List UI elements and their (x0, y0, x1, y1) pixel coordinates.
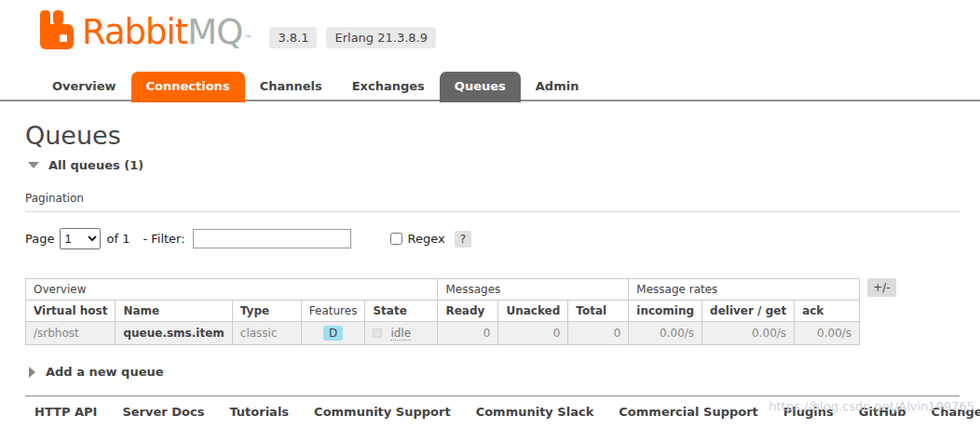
pagination-heading: Pagination (25, 192, 960, 212)
col-type[interactable]: Type (232, 301, 301, 322)
tab-admin[interactable]: Admin (521, 72, 594, 100)
table-group-row: Overview Messages Message rates (26, 279, 860, 301)
col-virtual-host[interactable]: Virtual host (26, 301, 116, 322)
col-ready[interactable]: Ready (438, 301, 498, 322)
chevron-down-icon (28, 162, 39, 168)
brand-text: RabbitMQ (82, 12, 242, 53)
all-queues-section-header[interactable]: All queues (1) (25, 158, 960, 172)
regex-checkbox[interactable] (390, 233, 402, 245)
footer-link-community-support[interactable]: Community Support (314, 405, 451, 419)
cell-ack: 0.00/s (795, 322, 860, 345)
col-features: Features (301, 301, 365, 322)
group-messages: Messages (438, 279, 629, 301)
cell-incoming: 0.00/s (629, 322, 702, 345)
cell-state: idle (365, 322, 438, 345)
app-header: RabbitMQ ™ 3.8.1 Erlang 21.3.8.9 (0, 0, 980, 53)
pagination-controls: Page 1 of 1 - Filter: Regex ? (25, 228, 960, 249)
col-state[interactable]: State (365, 301, 438, 322)
footer-links: HTTP API Server Docs Tutorials Community… (34, 405, 980, 419)
page-of-label: of 1 (106, 232, 129, 246)
group-message-rates: Message rates (629, 279, 860, 301)
cell-queue-name[interactable]: queue.sms.item (116, 322, 232, 345)
tab-exchanges[interactable]: Exchanges (337, 72, 440, 100)
version-badges: 3.8.1 Erlang 21.3.8.9 (269, 27, 436, 48)
add-queue-section-header[interactable]: Add a new queue (25, 365, 960, 379)
tab-connections[interactable]: Connections (131, 72, 245, 102)
col-deliver-get[interactable]: deliver / get (702, 301, 795, 322)
add-queue-label: Add a new queue (46, 365, 164, 379)
footer-link-community-slack[interactable]: Community Slack (476, 405, 594, 419)
rabbitmq-logo-icon (37, 9, 82, 53)
group-overview: Overview (26, 279, 438, 301)
footer-link-plugins[interactable]: Plugins (783, 405, 834, 419)
footer-link-tutorials[interactable]: Tutorials (229, 405, 289, 419)
col-total[interactable]: Total (568, 301, 629, 322)
queues-table: Overview Messages Message rates Virtual … (25, 278, 860, 345)
queues-table-wrap: Overview Messages Message rates Virtual … (25, 278, 960, 345)
filter-input[interactable] (193, 229, 351, 248)
tab-queues[interactable]: Queues (440, 72, 521, 102)
col-incoming[interactable]: incoming (629, 301, 702, 322)
footer-link-changelog[interactable]: Changelog (932, 405, 980, 419)
col-name[interactable]: Name (116, 301, 232, 322)
cell-total: 0 (568, 322, 629, 345)
cell-vhost: /srbhost (26, 322, 116, 345)
trademark-symbol: ™ (243, 25, 252, 53)
column-toggle-button[interactable]: +/- (867, 278, 895, 297)
durable-feature-badge: D (323, 326, 343, 341)
regex-help-icon[interactable]: ? (455, 231, 471, 248)
state-indicator-icon (373, 328, 382, 338)
main-nav-tabbar: Overview Connections Channels Exchanges … (0, 72, 980, 101)
cell-deliver-get: 0.00/s (702, 322, 795, 345)
rabbitmq-version-badge: 3.8.1 (269, 27, 317, 48)
page-title: Queues (25, 121, 960, 150)
erlang-version-badge: Erlang 21.3.8.9 (326, 27, 436, 48)
cell-features: D (301, 322, 365, 345)
footer-divider (25, 395, 960, 396)
col-ack[interactable]: ack (795, 301, 860, 322)
rabbitmq-logo[interactable]: RabbitMQ ™ (37, 9, 252, 53)
cell-type: classic (232, 322, 301, 345)
filter-label: - Filter: (143, 232, 184, 246)
chevron-right-icon (29, 367, 35, 378)
table-row[interactable]: /srbhost queue.sms.item classic D idle 0… (26, 322, 860, 345)
tab-channels[interactable]: Channels (245, 72, 337, 100)
footer-link-server-docs[interactable]: Server Docs (122, 405, 204, 419)
cell-unacked: 0 (498, 322, 568, 345)
all-queues-label: All queues (1) (48, 158, 143, 172)
table-header-row: Virtual host Name Type Features State Re… (26, 301, 860, 322)
state-label: idle (390, 327, 411, 341)
tab-overview[interactable]: Overview (37, 72, 131, 100)
page-number-select[interactable]: 1 (60, 228, 101, 249)
footer-link-commercial-support[interactable]: Commercial Support (619, 405, 758, 419)
col-unacked[interactable]: Unacked (498, 301, 568, 322)
regex-label: Regex (408, 232, 445, 246)
page-label: Page (25, 232, 54, 246)
footer-link-github[interactable]: GitHub (859, 405, 906, 419)
cell-ready: 0 (438, 322, 498, 345)
main-content: Queues All queues (1) Pagination Page 1 … (0, 121, 980, 379)
footer-link-http-api[interactable]: HTTP API (34, 405, 97, 419)
